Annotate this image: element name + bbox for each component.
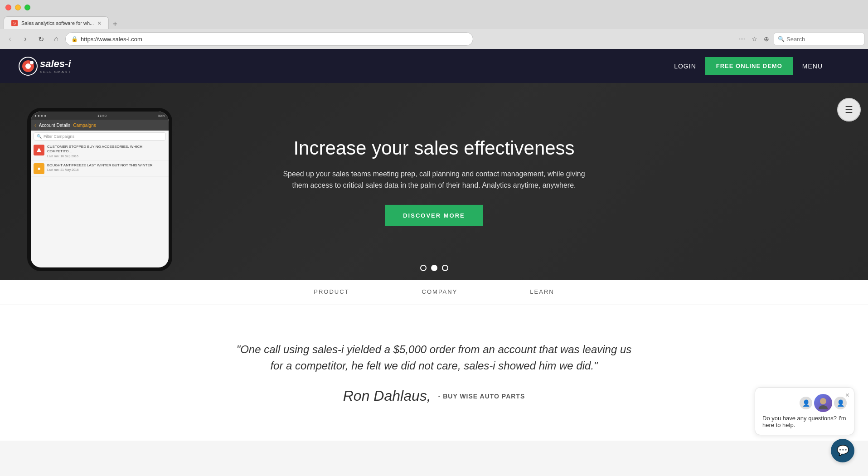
chat-bubble: × 👤 👤 Do you have any questions? I'm her…	[755, 387, 854, 435]
hero-section: ● ● ● ● 11:50 80% ‹ Account Details Camp…	[0, 83, 868, 280]
browser-toolbar: ‹ › ↻ ⌂ 🔒 https://www.sales-i.com ⋯ ☆ ⊕ …	[0, 29, 868, 49]
website-content: ☰ sales-i SELL SMART LOGIN FREE ONLINE D…	[0, 49, 868, 441]
chat-agent-avatar	[814, 394, 832, 412]
slider-dots	[420, 265, 448, 271]
chat-avatar-row: 👤 👤	[762, 394, 847, 412]
chat-open-button[interactable]: 💬	[831, 439, 854, 441]
browser-titlebar	[0, 0, 868, 15]
extensions-button[interactable]: ⋯	[737, 34, 747, 44]
logo-icon	[18, 56, 38, 76]
slider-dot-3[interactable]	[442, 265, 448, 271]
phone-status-bar: ● ● ● ● 11:50 80%	[31, 112, 169, 120]
tab-favicon-icon: S	[11, 20, 18, 26]
downloads-button[interactable]: ⊕	[762, 34, 771, 44]
testimonial-signature: Ron Dahlaus,	[343, 388, 431, 404]
browser-tabs: S Sales analytics software for wh... × +	[0, 15, 868, 29]
url-text: https://www.sales-i.com	[81, 36, 142, 43]
browser-search-input[interactable]	[786, 36, 860, 43]
site-header: sales-i SELL SMART LOGIN FREE ONLINE DEM…	[0, 49, 868, 83]
tab-close-button[interactable]: ×	[97, 20, 101, 26]
phone-dots: ● ● ● ●	[34, 114, 46, 118]
nav-item-learn[interactable]: LEARN	[494, 280, 590, 305]
hero-subtitle: Speed up your sales teams meeting prep, …	[276, 168, 593, 191]
nav-item-company[interactable]: COMPANY	[386, 280, 494, 305]
lock-icon: 🔒	[71, 36, 78, 42]
discover-more-button[interactable]: DISCOVER MORE	[385, 205, 483, 226]
nav-item-product[interactable]: PRODUCT	[277, 280, 385, 305]
logo-area: sales-i SELL SMART	[18, 56, 71, 76]
phone-nav-bar: ‹ Account Details Campaigns	[31, 120, 169, 131]
hamburger-icon: ☰	[845, 104, 853, 115]
address-bar[interactable]: 🔒 https://www.sales-i.com	[65, 32, 473, 46]
testimonial-attribution: Ron Dahlaus, - BUY WISE AUTO PARTS	[18, 388, 850, 404]
home-button[interactable]: ⌂	[50, 33, 63, 45]
hero-content: Increase your sales effectiveness Speed …	[0, 137, 868, 226]
toolbar-right: ⋯ ☆ ⊕ 🔍	[737, 33, 864, 45]
back-button[interactable]: ‹	[4, 33, 16, 45]
logo-name: sales-i	[40, 58, 71, 70]
hero-title: Increase your sales effectiveness	[91, 137, 777, 159]
phone-tab-campaigns: Campaigns	[73, 123, 96, 128]
testimonial-quote: "One call using sales-i yielded a $5,000…	[230, 341, 638, 374]
chat-message-text: Do you have any questions? I'm here to h…	[762, 415, 847, 428]
free-demo-button[interactable]: FREE ONLINE DEMO	[705, 57, 793, 75]
phone-time: 11:50	[97, 114, 107, 118]
browser-search-bar[interactable]: 🔍	[774, 33, 864, 45]
browser-chrome: S Sales analytics software for wh... × +…	[0, 0, 868, 49]
search-icon: 🔍	[778, 36, 785, 42]
phone-back-icon: ‹	[34, 122, 36, 128]
tab-title: Sales analytics software for wh...	[21, 20, 94, 26]
svg-point-2	[25, 63, 31, 69]
header-nav: LOGIN FREE ONLINE DEMO MENU	[674, 57, 850, 75]
chat-avatar-side-left: 👤	[800, 397, 812, 409]
logo-text-area: sales-i SELL SMART	[40, 58, 71, 74]
maximize-traffic-light[interactable]	[24, 5, 30, 10]
chat-close-button[interactable]: ×	[845, 391, 849, 399]
logo-tagline: SELL SMART	[40, 70, 71, 74]
bookmark-button[interactable]: ☆	[750, 34, 759, 44]
phone-battery: 80%	[158, 114, 165, 118]
section-nav: PRODUCT COMPANY LEARN	[0, 280, 868, 305]
svg-point-5	[820, 398, 826, 404]
svg-point-6	[819, 405, 828, 409]
active-tab[interactable]: S Sales analytics software for wh... ×	[4, 16, 109, 29]
svg-point-3	[30, 61, 34, 64]
menu-circle-button[interactable]: ☰	[837, 98, 861, 121]
menu-button[interactable]: MENU	[802, 63, 823, 70]
chat-widget: × 👤 👤 Do you have any questions? I'm her…	[755, 387, 854, 441]
forward-button[interactable]: ›	[19, 33, 32, 45]
testimonial-company: - BUY WISE AUTO PARTS	[438, 393, 525, 400]
testimonial-section: "One call using sales-i yielded a $5,000…	[0, 305, 868, 441]
slider-dot-2[interactable]	[431, 265, 437, 271]
close-traffic-light[interactable]	[5, 5, 11, 10]
phone-tab-account: Account Details	[39, 123, 70, 128]
new-tab-button[interactable]: +	[111, 19, 119, 29]
minimize-traffic-light[interactable]	[15, 5, 21, 10]
login-link[interactable]: LOGIN	[674, 63, 696, 70]
slider-dot-1[interactable]	[420, 265, 427, 271]
agent-face-icon	[817, 397, 829, 409]
reload-button[interactable]: ↻	[34, 33, 47, 45]
